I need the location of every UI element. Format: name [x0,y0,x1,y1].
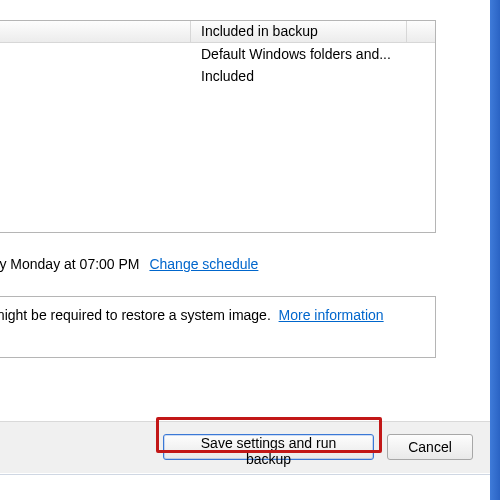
dialog-client-area: Included in backup Default Windows folde… [0,0,482,500]
schedule-text: very Monday at 07:00 PM Change schedule [0,256,460,272]
dialog-button-bar: Save settings and run backup Cancel [0,421,490,473]
window-border-right [490,0,500,500]
list-header: Included in backup [0,21,435,43]
list-header-col3[interactable] [407,21,435,42]
schedule-fragment: very Monday at 07:00 PM [0,256,140,272]
system-image-warning: might be required to restore a system im… [0,296,436,358]
row-value: Included [191,68,435,84]
more-information-link[interactable]: More information [279,307,384,323]
change-schedule-link[interactable]: Change schedule [149,256,258,272]
row-value: Default Windows folders and... [191,46,435,62]
separator [0,474,490,475]
list-header-col2[interactable]: Included in backup [191,21,407,42]
warning-fragment: might be required to restore a system im… [0,307,271,323]
cancel-button[interactable]: Cancel [387,434,473,460]
backup-items-list[interactable]: Included in backup Default Windows folde… [0,20,436,233]
save-and-run-button[interactable]: Save settings and run backup [163,434,374,460]
list-header-col1[interactable] [0,21,191,42]
table-row[interactable]: Default Windows folders and... [0,43,435,65]
window-fragment: Included in backup Default Windows folde… [0,0,500,500]
table-row[interactable]: Included [0,65,435,87]
